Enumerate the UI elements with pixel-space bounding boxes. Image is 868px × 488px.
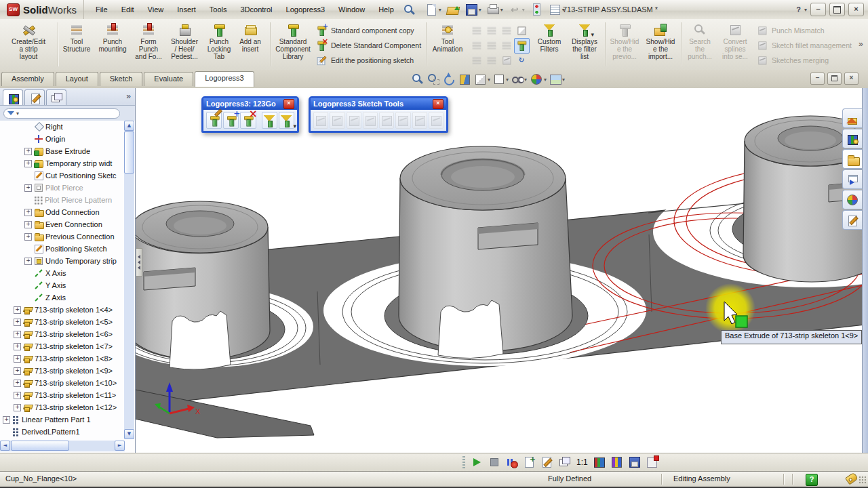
die-display-toggle-9[interactable] — [499, 53, 515, 68]
toolbar-grip[interactable] — [462, 456, 465, 468]
sketch-tool-8-button[interactable] — [429, 112, 443, 129]
menu-window[interactable]: Window — [332, 3, 371, 16]
save-as-button[interactable] — [646, 456, 658, 468]
tree-filter-input[interactable]: ▾ — [3, 108, 120, 119]
tree-horizontal-scrollbar[interactable]: ◄ ► — [0, 441, 125, 451]
delete-standard-component-button[interactable]: × Delete Standard Component — [315, 38, 421, 52]
cup-left[interactable] — [136, 201, 285, 369]
menu-3dcontrol[interactable]: 3Dcontrol — [234, 3, 278, 16]
sketch-tool-1-button[interactable] — [313, 112, 328, 129]
tree-item-713-strip-skeleton-1-11[interactable]: +713-strip skeleton 1<11> — [0, 389, 125, 401]
close-button[interactable]: × — [848, 3, 864, 16]
toolbar-close-button[interactable]: × — [433, 99, 443, 109]
scroll-right-button[interactable]: ► — [115, 441, 125, 451]
tree-item-right[interactable]: Right — [0, 121, 125, 133]
hide-show-items-button[interactable]: ▾ — [511, 73, 527, 86]
tree-item-even-connection[interactable]: +Even Connection — [0, 218, 125, 230]
arrange-windows-button[interactable] — [559, 456, 571, 468]
custom-properties-tab[interactable] — [842, 210, 862, 230]
custom-filters-button[interactable] — [262, 112, 277, 129]
tree-item-pilot-pierce[interactable]: +Pilot Pierce — [0, 182, 125, 194]
tree-vertical-scrollbar[interactable]: ▲ ▼ — [124, 121, 134, 439]
scroll-down-button[interactable]: ▼ — [124, 429, 134, 439]
color-bars-button[interactable] — [611, 456, 623, 468]
featuremanager-tab[interactable] — [3, 89, 23, 105]
graphics-viewport[interactable]: X Logopress3: 123Go × +×▾ Logopress3 Ske… — [136, 88, 868, 453]
tab-assembly[interactable]: Assembly — [1, 72, 54, 86]
die-display-toggle-4[interactable] — [469, 38, 485, 54]
expand-toggle[interactable]: + — [14, 404, 21, 411]
tool-animation-button[interactable]: Tool Animation — [429, 20, 467, 67]
zoom-fit-button[interactable] — [411, 73, 425, 86]
resize-grip[interactable] — [859, 476, 867, 484]
view-orientation-button[interactable]: ▾ — [473, 73, 490, 87]
tab-sketch[interactable]: Sketch — [100, 72, 143, 86]
expand-toggle[interactable]: + — [24, 233, 32, 241]
rotate-view-button[interactable]: ↻ — [514, 53, 530, 68]
filter-list-button[interactable]: ▾ Displays the filter list — [567, 20, 602, 67]
tree-item-x-axis[interactable]: X Axis — [0, 267, 125, 279]
sketch-tool-2-button[interactable] — [330, 112, 344, 129]
new-caret-icon[interactable]: ▾ — [439, 7, 441, 13]
panel-tabs-overflow[interactable]: » — [126, 92, 131, 101]
cup-middle[interactable] — [384, 146, 588, 359]
menu-search-icon[interactable] — [403, 3, 415, 16]
expand-toggle[interactable]: + — [24, 258, 32, 265]
tree-item-713-strip-skeleton-1-12[interactable]: +713-strip skeleton 1<12> — [0, 401, 125, 413]
scale-label[interactable]: 1:1 — [576, 458, 588, 467]
punch-locking-tab-button[interactable]: Punch Locking Tab — [203, 20, 235, 67]
toolbar-close-button[interactable]: × — [283, 99, 294, 109]
menu-help[interactable]: Help — [372, 3, 400, 16]
open-document-button[interactable] — [446, 3, 460, 16]
displays-filter-list-button[interactable]: ▾ — [279, 112, 294, 129]
tree-item-713-strip-skeleton-1-9[interactable]: +713-strip skeleton 1<9> — [0, 365, 125, 377]
apply-scene-button[interactable]: ▾ — [549, 73, 565, 86]
expand-toggle[interactable]: + — [24, 184, 32, 192]
expand-toggle[interactable]: + — [14, 306, 21, 314]
create-edit-strip-layout-button[interactable]: Create/Edit a strip layout — [1, 20, 56, 67]
3d-scene[interactable]: X — [136, 88, 868, 453]
doc-close-button[interactable]: × — [844, 73, 859, 85]
tree-item-origin[interactable]: Origin — [0, 133, 125, 145]
appearances-scenes-tab[interactable] — [842, 190, 862, 209]
expand-toggle[interactable]: + — [24, 160, 32, 167]
tree-item-linear-pattern-part-1[interactable]: +Linear Pattern Part 1 — [0, 413, 125, 426]
sketch-tool-5-button[interactable] — [379, 112, 394, 129]
menu-file[interactable]: File — [90, 3, 114, 16]
show-hide-imported-button[interactable]: Show/Hid e the import... — [643, 20, 678, 67]
stop-button[interactable] — [488, 456, 500, 468]
tree-item-undo-temporary-strip[interactable]: +Undo Temporary strip — [0, 255, 125, 267]
edit-appearance-button[interactable]: ▾ — [529, 72, 547, 87]
search-punch-button[interactable]: Search the punch... — [684, 20, 716, 67]
solidworks-resources-tab[interactable] — [842, 108, 862, 128]
tree-item-odd-connection[interactable]: +Odd Connection — [0, 206, 125, 218]
section-view-button[interactable] — [458, 73, 471, 86]
tree-item-positioning-sketch[interactable]: Positioning Sketch — [0, 243, 125, 255]
task-pane-edge[interactable] — [862, 88, 868, 453]
die-display-toggle-5[interactable] — [484, 38, 500, 54]
tree-item-z-axis[interactable]: Z Axis — [0, 291, 125, 304]
expand-toggle[interactable]: + — [14, 355, 21, 363]
tree-item-pilot-pierce-lpattern[interactable]: Pilot Pierce Lpattern — [0, 194, 125, 206]
sketch-tool-4-button[interactable] — [363, 112, 378, 129]
expand-toggle[interactable]: + — [24, 209, 32, 216]
ribbon-overflow-button[interactable]: » — [859, 39, 863, 49]
new-document-button[interactable]: ▾ — [425, 3, 441, 16]
create-standard-component-button[interactable] — [206, 112, 222, 129]
minimize-button[interactable]: – — [810, 3, 826, 16]
delete-standard-component-button[interactable]: × — [240, 112, 256, 129]
convert-splines-button[interactable]: Convert splines into se... — [717, 20, 753, 67]
tree-item-derivedlpattern1[interactable]: DerivedLPattern1 — [0, 426, 125, 438]
tree-item-previous-connection[interactable]: +Previous Connection — [0, 230, 125, 243]
menu-view[interactable]: View — [142, 3, 170, 16]
previous-view-button[interactable] — [442, 73, 456, 86]
isometric-view-button[interactable] — [514, 23, 530, 39]
edit-note-button[interactable] — [541, 456, 553, 468]
expand-toggle[interactable]: + — [3, 416, 10, 424]
tab-evaluate[interactable]: Evaluate — [144, 72, 193, 86]
expand-toggle[interactable]: + — [14, 392, 21, 399]
help-caret-icon[interactable]: ▾ — [804, 7, 807, 13]
tree-item-base-extrude[interactable]: +Base Extrude — [0, 145, 125, 157]
new-note-button[interactable] — [524, 456, 536, 468]
help-button[interactable]: ? — [796, 5, 801, 14]
